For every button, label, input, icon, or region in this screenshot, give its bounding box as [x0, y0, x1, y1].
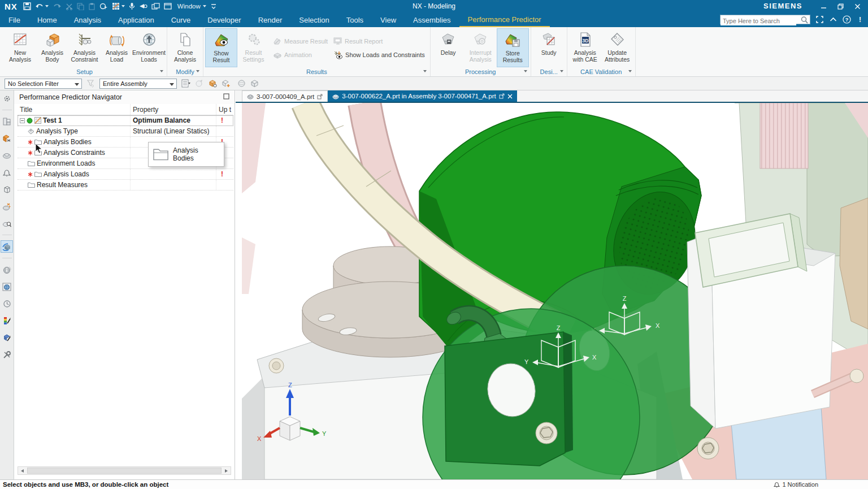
store-results-button[interactable]: Store Results — [497, 28, 529, 67]
history-clock-icon[interactable] — [1, 298, 12, 309]
graphics-window[interactable]: 3-007-000409_A.prt 3-007-000622_A.prt in… — [236, 90, 868, 479]
tab-file[interactable]: File — [0, 12, 29, 27]
scrollbar-thumb[interactable] — [27, 468, 222, 474]
navigator-column-headers[interactable]: Title Property Up t — [18, 104, 233, 115]
tree-row-analysis-loads[interactable]: Analysis Loads ! — [18, 169, 233, 180]
csys-edit-icon[interactable] — [1, 332, 12, 343]
new-analysis-button[interactable]: New Analysis — [4, 28, 36, 67]
resource-settings-gear-icon[interactable] — [1, 93, 12, 104]
reuse-library-icon[interactable] — [1, 201, 12, 212]
fullscreen-icon[interactable] — [815, 15, 824, 24]
tab-selection[interactable]: Selection — [290, 12, 337, 27]
touch-mode-icon[interactable] — [99, 2, 108, 10]
tab-tools[interactable]: Tools — [338, 12, 372, 27]
snap-point-icon[interactable] — [208, 79, 217, 88]
group-label-setup[interactable]: Setup — [4, 67, 165, 76]
group-label-cae-validation[interactable]: CAE Validation — [569, 67, 633, 76]
minimize-button[interactable] — [815, 0, 832, 12]
constraint-navigator-icon[interactable] — [1, 133, 12, 144]
svg-text:X: X — [656, 322, 660, 329]
analysis-with-cae-button[interactable]: 3D Analysis with CAE — [569, 28, 601, 67]
sphere-icon[interactable] — [237, 79, 246, 88]
delay-button[interactable]: Delay — [432, 28, 465, 67]
part-icon — [332, 93, 339, 99]
tab-application[interactable]: Application — [110, 12, 163, 27]
web-browser-icon[interactable] — [1, 281, 12, 292]
tree-row-analysis-type[interactable]: Analysis Type Structural (Linear Statics… — [18, 126, 233, 137]
close-tab-icon[interactable] — [507, 94, 513, 99]
ribbon-group-cae-validation: 3D Analysis with CAE Update Attributes C… — [567, 27, 636, 76]
analysis-body-button[interactable]: Analysis Body — [36, 28, 68, 67]
notification-alert-icon[interactable]: ! — [856, 15, 865, 24]
part-tab-000409[interactable]: 3-007-000409_A.prt — [242, 90, 328, 102]
search-icon[interactable] — [800, 16, 809, 24]
float-tab-icon[interactable] — [317, 94, 323, 99]
tab-performance-predictor[interactable]: Performance Predictor — [459, 12, 550, 27]
clone-analysis-button[interactable]: Clone Analysis — [169, 28, 201, 67]
cube-icon[interactable] — [250, 79, 259, 88]
search-input[interactable] — [721, 17, 796, 25]
tools-icon[interactable] — [1, 349, 12, 360]
notification-area[interactable]: 1 Notification — [774, 481, 868, 488]
scroll-left-button[interactable] — [18, 467, 27, 474]
command-finder-icon[interactable] — [139, 3, 147, 10]
group-label-results[interactable]: Results — [205, 67, 428, 76]
microphone-icon[interactable] — [129, 2, 135, 10]
performance-predictor-panel-icon[interactable] — [1, 241, 12, 252]
tree-row-test1[interactable]: Test 1 Optimum Balance ! — [18, 115, 233, 126]
tab-home[interactable]: Home — [29, 12, 66, 27]
expander-minus-icon[interactable] — [20, 118, 25, 123]
undo-icon[interactable] — [35, 3, 49, 10]
tab-developer[interactable]: Developer — [199, 12, 249, 27]
group-label-modify[interactable]: Modify — [169, 67, 201, 76]
tab-assemblies[interactable]: Assemblies — [405, 12, 459, 27]
navigator-horizontal-scrollbar[interactable] — [18, 466, 231, 475]
scroll-right-button[interactable] — [222, 467, 231, 474]
required-asterisk-icon — [28, 150, 33, 155]
tab-analysis[interactable]: Analysis — [66, 12, 110, 27]
show-result-button[interactable]: Show Result — [205, 28, 237, 67]
list-filter-icon[interactable] — [181, 79, 190, 88]
group-label-processing[interactable]: Processing — [432, 67, 529, 76]
notifications-bell-icon[interactable] — [1, 167, 12, 178]
tab-view[interactable]: View — [372, 12, 405, 27]
tab-curve[interactable]: Curve — [163, 12, 199, 27]
ribbon-collapse-icon[interactable] — [210, 3, 217, 9]
snap-plus-icon[interactable] — [222, 79, 233, 88]
cad-scene[interactable]: Z X Y — [242, 103, 868, 479]
triad-y-label: Y — [322, 430, 327, 437]
close-button[interactable] — [849, 0, 866, 12]
part-tab-000622[interactable]: 3-007-000622_A.prt in Assembly 3-007-000… — [328, 90, 517, 102]
show-loads-constraints-button[interactable]: Show Loads and Constraints — [333, 49, 425, 61]
save-icon[interactable] — [23, 2, 31, 10]
layout-grid-icon[interactable] — [112, 2, 125, 10]
find-component-icon[interactable] — [1, 218, 12, 229]
help-icon[interactable]: ? — [842, 15, 851, 24]
analysis-constraint-button[interactable]: Analysis Constraint — [68, 28, 101, 67]
environment-loads-button[interactable]: Environment Loads — [133, 28, 165, 67]
restore-button[interactable] — [832, 0, 849, 12]
navigator-title: Performance Predictor Navigator — [19, 93, 122, 101]
float-tab-icon[interactable] — [499, 93, 505, 99]
selection-filter-dropdown[interactable]: No Selection Filter — [5, 79, 82, 89]
selection-scope-dropdown[interactable]: Entire Assembly — [99, 79, 177, 89]
tree-row-result-measures[interactable]: Result Measures — [18, 180, 233, 191]
notification-bell-icon — [774, 481, 780, 488]
color-ramp-tool-icon[interactable] — [1, 315, 12, 326]
info-icon[interactable] — [1, 264, 12, 275]
status-message: Select objects and use MB3, or double-cl… — [0, 481, 168, 488]
study-button[interactable]: Study — [533, 28, 565, 67]
undock-panel-icon[interactable] — [223, 93, 229, 101]
minimize-ribbon-icon[interactable] — [828, 15, 837, 24]
tab-render[interactable]: Render — [250, 12, 291, 27]
window-icon[interactable] — [164, 3, 172, 10]
update-attributes-button[interactable]: Update Attributes — [601, 28, 633, 67]
window-menu[interactable]: Window — [177, 3, 206, 10]
assembly-navigator-icon[interactable] — [1, 116, 12, 127]
green-plate[interactable] — [445, 332, 573, 466]
part-navigator-icon[interactable] — [1, 150, 12, 161]
history-box-icon[interactable] — [1, 184, 12, 195]
duplicate-window-icon[interactable] — [151, 3, 160, 10]
analysis-load-button[interactable]: Analysis Load — [101, 28, 133, 67]
group-label-design[interactable]: Desi... — [533, 67, 565, 76]
